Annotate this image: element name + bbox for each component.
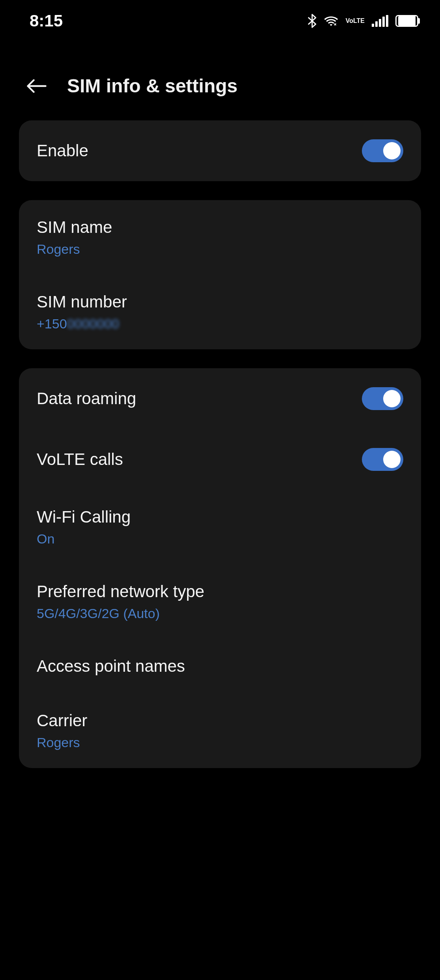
- carrier-row[interactable]: Carrier Rogers: [19, 693, 421, 768]
- preferred-network-row[interactable]: Preferred network type 5G/4G/3G/2G (Auto…: [19, 564, 421, 639]
- volte-row[interactable]: VoLTE calls: [19, 429, 421, 490]
- header: SIM info & settings: [0, 39, 440, 120]
- content: Enable SIM name Rogers SIM number +15000…: [0, 120, 440, 768]
- volte-icon: Vo LTE: [346, 18, 365, 24]
- wifi-calling-label: Wi-Fi Calling: [37, 508, 403, 527]
- carrier-label: Carrier: [37, 711, 403, 730]
- sim-name-value: Rogers: [37, 242, 403, 257]
- enable-row[interactable]: Enable: [19, 120, 421, 181]
- status-time: 8:15: [30, 11, 63, 30]
- battery-icon: [395, 15, 418, 27]
- apn-label: Access point names: [37, 657, 403, 676]
- sim-number-row[interactable]: SIM number +1500000000: [19, 275, 421, 349]
- status-bar: 8:15 Vo LTE: [0, 0, 440, 39]
- network-card: Data roaming VoLTE calls Wi-Fi Calling O…: [19, 368, 421, 768]
- wifi-icon: [324, 15, 339, 27]
- sim-number-label: SIM number: [37, 292, 403, 311]
- sim-number-value: +1500000000: [37, 316, 403, 332]
- enable-toggle[interactable]: [362, 139, 403, 162]
- volte-label: VoLTE calls: [37, 450, 123, 469]
- signal-icon: [372, 15, 388, 27]
- wifi-calling-row[interactable]: Wi-Fi Calling On: [19, 490, 421, 564]
- data-roaming-label: Data roaming: [37, 389, 136, 408]
- preferred-network-value: 5G/4G/3G/2G (Auto): [37, 606, 403, 621]
- sim-info-card: SIM name Rogers SIM number +1500000000: [19, 200, 421, 349]
- volte-toggle[interactable]: [362, 448, 403, 471]
- enable-card: Enable: [19, 120, 421, 181]
- carrier-value: Rogers: [37, 735, 403, 750]
- sim-name-row[interactable]: SIM name Rogers: [19, 200, 421, 275]
- data-roaming-row[interactable]: Data roaming: [19, 368, 421, 429]
- back-button[interactable]: [26, 75, 47, 97]
- status-icons: Vo LTE: [308, 14, 418, 28]
- bluetooth-icon: [308, 14, 316, 28]
- preferred-network-label: Preferred network type: [37, 582, 403, 601]
- enable-label: Enable: [37, 141, 88, 160]
- data-roaming-toggle[interactable]: [362, 387, 403, 410]
- wifi-calling-value: On: [37, 531, 403, 547]
- sim-name-label: SIM name: [37, 218, 403, 237]
- apn-row[interactable]: Access point names: [19, 639, 421, 693]
- page-title: SIM info & settings: [67, 75, 238, 97]
